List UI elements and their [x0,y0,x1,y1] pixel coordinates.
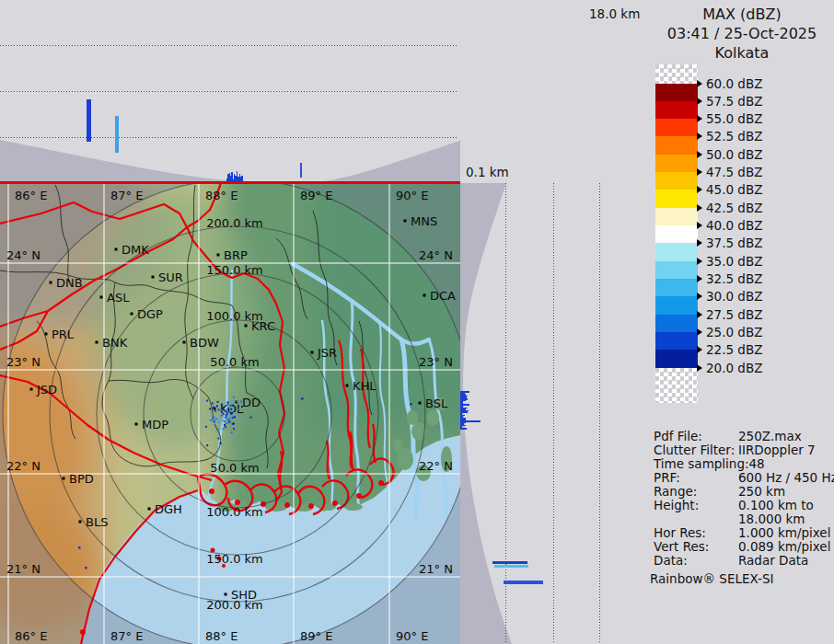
height-gridline-9km [0,91,458,92]
latitude-label-right: 22° N [419,459,453,473]
legend-value: 22.5 dBZ [706,342,762,357]
legend-value: 55.0 dBZ [706,111,762,126]
legend-tick-arrow-icon [697,239,702,247]
legend-entry: 20.0 dBZ [697,361,762,375]
echo-pixel [221,404,223,406]
echo-pixel [223,407,225,408]
metadata-label: Data: [654,553,688,568]
echo-pixel [214,422,215,424]
echo-pixel [233,397,235,398]
city-label: PRL [52,328,75,341]
echo-pixel [218,408,220,410]
city-label: BPD [69,472,94,486]
latitude-label-right: 23° N [419,355,453,369]
echo-pixel [214,410,216,412]
metadata-value: 1.000 km/pixel [738,525,830,540]
longitude-label-bottom: 90° E [396,629,428,643]
longitude-label-top: 88° E [205,189,237,202]
metadata-value: 600 Hz / 450 Hz [738,470,834,485]
echo-pixel [218,420,220,422]
echo-pixel [242,418,244,420]
echo-pixel [229,421,231,423]
echo-pixel [236,415,237,417]
city-label: DCA [430,289,456,303]
city-dot [30,388,33,391]
metadata-value: 0.089 km/pixel [738,539,830,554]
metadata-value: 250 km [738,484,785,499]
legend-value: 50.0 dBZ [706,147,762,162]
echo-pixel [230,408,232,410]
city-label: SUR [158,270,183,284]
legend-entry: 30.0 dBZ [697,289,762,304]
city-dot [346,385,349,387]
legend-value: 30.0 dBZ [706,289,762,304]
legend-tick-arrow-icon [697,98,702,105]
legend-transparent-band [655,64,698,84]
metadata-label: Clutter Filter: [654,443,735,457]
legend-entry: 57.5 dBZ [697,94,762,109]
echo-pixel [222,429,224,431]
legend-value: 42.5 dBZ [706,201,762,215]
metadata-value: Radar Data [738,553,808,568]
legend-tick-arrow-icon [697,258,702,265]
product-title: MAX (dBZ) [650,5,834,24]
echo-pixel [206,400,208,402]
city-dot [115,248,118,251]
echo-pixel [231,426,233,428]
metadata-label: Vert Res: [654,539,709,554]
legend-tick-arrow-icon [697,222,702,229]
legend-value: 37.5 dBZ [706,236,762,250]
legend-value: 57.5 dBZ [706,94,762,109]
city-label: BSL [425,397,448,410]
beam-blind-wedge [460,183,512,644]
legend-entry: 22.5 dBZ [697,342,762,357]
city-label: KHL [353,379,376,393]
legend-tick-arrow-icon [697,132,702,140]
legend-band [655,190,698,208]
legend-tick-arrow-icon [697,328,702,336]
legend-band [655,225,698,244]
echo-pixel [234,416,236,418]
legend-band [655,84,698,102]
latitude-label-right: 24° N [419,248,453,262]
city-label: JSD [36,383,57,397]
echo-pixel [218,422,220,424]
range-ring-label: 50.0 km [210,355,259,369]
map-top-border [0,181,460,184]
echo-pixel [223,403,225,405]
longitude-label-top: 87° E [110,189,143,202]
metadata-label: Hor Res: [654,525,706,540]
city-dot [79,521,82,523]
legend-tick-arrow-icon [697,168,702,176]
metadata-value: 0.100 km to [738,498,814,512]
city-label: DGP [137,307,163,321]
legend-band [655,350,698,368]
city-label: KRC [251,319,275,333]
ew-echo-bar [115,116,119,153]
range-ring-label: 50.0 km [210,461,259,475]
radar-map: 86° E86° E87° E87° E88° E88° E89° E89° E… [0,183,460,644]
city-dot [131,313,133,316]
legend-band [655,101,698,120]
longitude-label-bottom: 88° E [205,629,237,643]
legend-tick-arrow-icon [697,115,702,122]
latitude-label-left: 22° N [6,459,41,473]
city-label: BLS [86,515,108,529]
echo-pixel [212,403,214,405]
legend-band [655,243,698,261]
echo-pixel [231,431,233,433]
metadata-label: Pdf File: [654,429,702,443]
legend-entry: 25.0 dBZ [697,325,762,339]
range-ring-label: 200.0 km [206,216,263,230]
echo-pixel [78,546,81,549]
longitude-label-top: 90° E [396,189,428,202]
legend-band [655,261,698,280]
ns-echo-noise [460,428,467,430]
legend-entry: 37.5 dBZ [697,236,762,250]
legend-tick-arrow-icon [697,311,702,318]
range-ring-label: 100.0 km [206,505,263,519]
echo-pixel [226,401,228,403]
echo-pixel [232,405,234,407]
legend-entry: 42.5 dBZ [697,201,762,215]
legend-band [655,279,698,297]
